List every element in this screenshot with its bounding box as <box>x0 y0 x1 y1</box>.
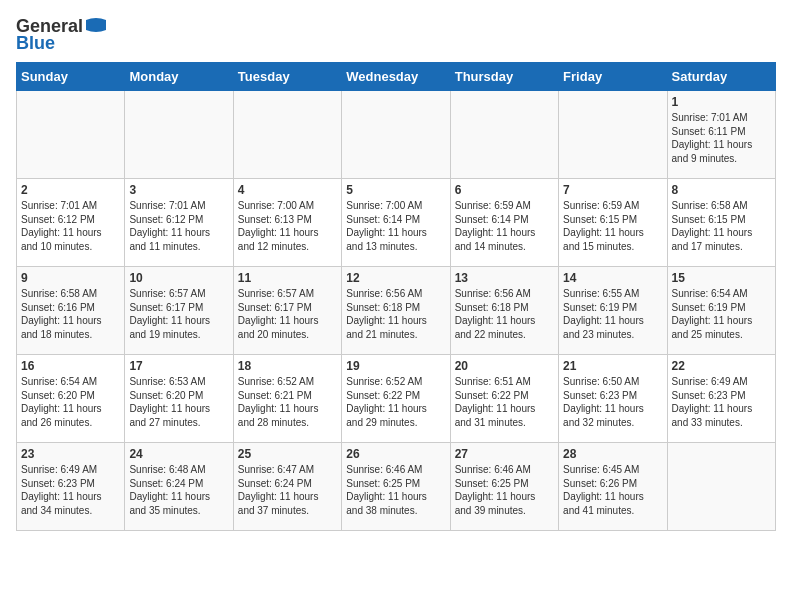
page-header: General Blue <box>16 16 776 54</box>
calendar-table: SundayMondayTuesdayWednesdayThursdayFrid… <box>16 62 776 531</box>
calendar-cell: 24Sunrise: 6:48 AM Sunset: 6:24 PM Dayli… <box>125 443 233 531</box>
calendar-cell: 5Sunrise: 7:00 AM Sunset: 6:14 PM Daylig… <box>342 179 450 267</box>
day-number: 5 <box>346 183 445 197</box>
dow-header-friday: Friday <box>559 63 667 91</box>
calendar-cell: 27Sunrise: 6:46 AM Sunset: 6:25 PM Dayli… <box>450 443 558 531</box>
calendar-cell: 23Sunrise: 6:49 AM Sunset: 6:23 PM Dayli… <box>17 443 125 531</box>
calendar-cell: 26Sunrise: 6:46 AM Sunset: 6:25 PM Dayli… <box>342 443 450 531</box>
cell-info: Sunrise: 6:57 AM Sunset: 6:17 PM Dayligh… <box>238 287 337 341</box>
logo: General Blue <box>16 16 106 54</box>
cell-info: Sunrise: 7:00 AM Sunset: 6:14 PM Dayligh… <box>346 199 445 253</box>
calendar-cell <box>17 91 125 179</box>
cell-info: Sunrise: 6:54 AM Sunset: 6:19 PM Dayligh… <box>672 287 771 341</box>
cell-info: Sunrise: 6:58 AM Sunset: 6:16 PM Dayligh… <box>21 287 120 341</box>
day-number: 22 <box>672 359 771 373</box>
calendar-cell: 4Sunrise: 7:00 AM Sunset: 6:13 PM Daylig… <box>233 179 341 267</box>
day-number: 25 <box>238 447 337 461</box>
day-number: 9 <box>21 271 120 285</box>
day-number: 4 <box>238 183 337 197</box>
week-row-0: 1Sunrise: 7:01 AM Sunset: 6:11 PM Daylig… <box>17 91 776 179</box>
calendar-cell: 1Sunrise: 7:01 AM Sunset: 6:11 PM Daylig… <box>667 91 775 179</box>
cell-info: Sunrise: 6:46 AM Sunset: 6:25 PM Dayligh… <box>346 463 445 517</box>
week-row-3: 16Sunrise: 6:54 AM Sunset: 6:20 PM Dayli… <box>17 355 776 443</box>
calendar-cell: 17Sunrise: 6:53 AM Sunset: 6:20 PM Dayli… <box>125 355 233 443</box>
calendar-cell: 7Sunrise: 6:59 AM Sunset: 6:15 PM Daylig… <box>559 179 667 267</box>
dow-header-sunday: Sunday <box>17 63 125 91</box>
cell-info: Sunrise: 7:01 AM Sunset: 6:12 PM Dayligh… <box>21 199 120 253</box>
calendar-cell: 8Sunrise: 6:58 AM Sunset: 6:15 PM Daylig… <box>667 179 775 267</box>
day-number: 2 <box>21 183 120 197</box>
calendar-cell: 12Sunrise: 6:56 AM Sunset: 6:18 PM Dayli… <box>342 267 450 355</box>
day-number: 15 <box>672 271 771 285</box>
calendar-cell: 11Sunrise: 6:57 AM Sunset: 6:17 PM Dayli… <box>233 267 341 355</box>
cell-info: Sunrise: 6:56 AM Sunset: 6:18 PM Dayligh… <box>455 287 554 341</box>
cell-info: Sunrise: 7:01 AM Sunset: 6:12 PM Dayligh… <box>129 199 228 253</box>
calendar-cell <box>233 91 341 179</box>
day-number: 1 <box>672 95 771 109</box>
day-number: 13 <box>455 271 554 285</box>
day-number: 27 <box>455 447 554 461</box>
calendar-cell: 14Sunrise: 6:55 AM Sunset: 6:19 PM Dayli… <box>559 267 667 355</box>
calendar-cell <box>125 91 233 179</box>
cell-info: Sunrise: 6:50 AM Sunset: 6:23 PM Dayligh… <box>563 375 662 429</box>
calendar-cell <box>667 443 775 531</box>
dow-header-tuesday: Tuesday <box>233 63 341 91</box>
day-number: 24 <box>129 447 228 461</box>
dow-header-thursday: Thursday <box>450 63 558 91</box>
dow-header-wednesday: Wednesday <box>342 63 450 91</box>
calendar-cell: 28Sunrise: 6:45 AM Sunset: 6:26 PM Dayli… <box>559 443 667 531</box>
week-row-4: 23Sunrise: 6:49 AM Sunset: 6:23 PM Dayli… <box>17 443 776 531</box>
cell-info: Sunrise: 6:46 AM Sunset: 6:25 PM Dayligh… <box>455 463 554 517</box>
cell-info: Sunrise: 6:58 AM Sunset: 6:15 PM Dayligh… <box>672 199 771 253</box>
cell-info: Sunrise: 6:52 AM Sunset: 6:21 PM Dayligh… <box>238 375 337 429</box>
calendar-cell: 16Sunrise: 6:54 AM Sunset: 6:20 PM Dayli… <box>17 355 125 443</box>
day-number: 8 <box>672 183 771 197</box>
week-row-2: 9Sunrise: 6:58 AM Sunset: 6:16 PM Daylig… <box>17 267 776 355</box>
cell-info: Sunrise: 6:59 AM Sunset: 6:15 PM Dayligh… <box>563 199 662 253</box>
calendar-cell: 2Sunrise: 7:01 AM Sunset: 6:12 PM Daylig… <box>17 179 125 267</box>
cell-info: Sunrise: 6:51 AM Sunset: 6:22 PM Dayligh… <box>455 375 554 429</box>
day-number: 17 <box>129 359 228 373</box>
days-of-week-row: SundayMondayTuesdayWednesdayThursdayFrid… <box>17 63 776 91</box>
cell-info: Sunrise: 6:48 AM Sunset: 6:24 PM Dayligh… <box>129 463 228 517</box>
calendar-body: 1Sunrise: 7:01 AM Sunset: 6:11 PM Daylig… <box>17 91 776 531</box>
day-number: 19 <box>346 359 445 373</box>
cell-info: Sunrise: 6:54 AM Sunset: 6:20 PM Dayligh… <box>21 375 120 429</box>
cell-info: Sunrise: 6:49 AM Sunset: 6:23 PM Dayligh… <box>21 463 120 517</box>
logo-blue: Blue <box>16 33 55 54</box>
dow-header-monday: Monday <box>125 63 233 91</box>
day-number: 18 <box>238 359 337 373</box>
day-number: 23 <box>21 447 120 461</box>
cell-info: Sunrise: 6:53 AM Sunset: 6:20 PM Dayligh… <box>129 375 228 429</box>
calendar-cell: 15Sunrise: 6:54 AM Sunset: 6:19 PM Dayli… <box>667 267 775 355</box>
calendar-cell: 13Sunrise: 6:56 AM Sunset: 6:18 PM Dayli… <box>450 267 558 355</box>
day-number: 14 <box>563 271 662 285</box>
cell-info: Sunrise: 6:56 AM Sunset: 6:18 PM Dayligh… <box>346 287 445 341</box>
cell-info: Sunrise: 6:49 AM Sunset: 6:23 PM Dayligh… <box>672 375 771 429</box>
calendar-cell: 22Sunrise: 6:49 AM Sunset: 6:23 PM Dayli… <box>667 355 775 443</box>
cell-info: Sunrise: 6:47 AM Sunset: 6:24 PM Dayligh… <box>238 463 337 517</box>
calendar-cell: 19Sunrise: 6:52 AM Sunset: 6:22 PM Dayli… <box>342 355 450 443</box>
calendar-cell: 10Sunrise: 6:57 AM Sunset: 6:17 PM Dayli… <box>125 267 233 355</box>
day-number: 26 <box>346 447 445 461</box>
calendar-cell <box>559 91 667 179</box>
calendar-header: SundayMondayTuesdayWednesdayThursdayFrid… <box>17 63 776 91</box>
cell-info: Sunrise: 6:45 AM Sunset: 6:26 PM Dayligh… <box>563 463 662 517</box>
logo-icon <box>86 17 106 37</box>
day-number: 3 <box>129 183 228 197</box>
cell-info: Sunrise: 6:52 AM Sunset: 6:22 PM Dayligh… <box>346 375 445 429</box>
calendar-cell: 6Sunrise: 6:59 AM Sunset: 6:14 PM Daylig… <box>450 179 558 267</box>
calendar-cell <box>342 91 450 179</box>
day-number: 11 <box>238 271 337 285</box>
cell-info: Sunrise: 6:55 AM Sunset: 6:19 PM Dayligh… <box>563 287 662 341</box>
cell-info: Sunrise: 6:59 AM Sunset: 6:14 PM Dayligh… <box>455 199 554 253</box>
calendar-cell <box>450 91 558 179</box>
day-number: 10 <box>129 271 228 285</box>
day-number: 12 <box>346 271 445 285</box>
day-number: 28 <box>563 447 662 461</box>
cell-info: Sunrise: 7:01 AM Sunset: 6:11 PM Dayligh… <box>672 111 771 165</box>
calendar-cell: 20Sunrise: 6:51 AM Sunset: 6:22 PM Dayli… <box>450 355 558 443</box>
calendar-cell: 3Sunrise: 7:01 AM Sunset: 6:12 PM Daylig… <box>125 179 233 267</box>
cell-info: Sunrise: 7:00 AM Sunset: 6:13 PM Dayligh… <box>238 199 337 253</box>
calendar-cell: 9Sunrise: 6:58 AM Sunset: 6:16 PM Daylig… <box>17 267 125 355</box>
